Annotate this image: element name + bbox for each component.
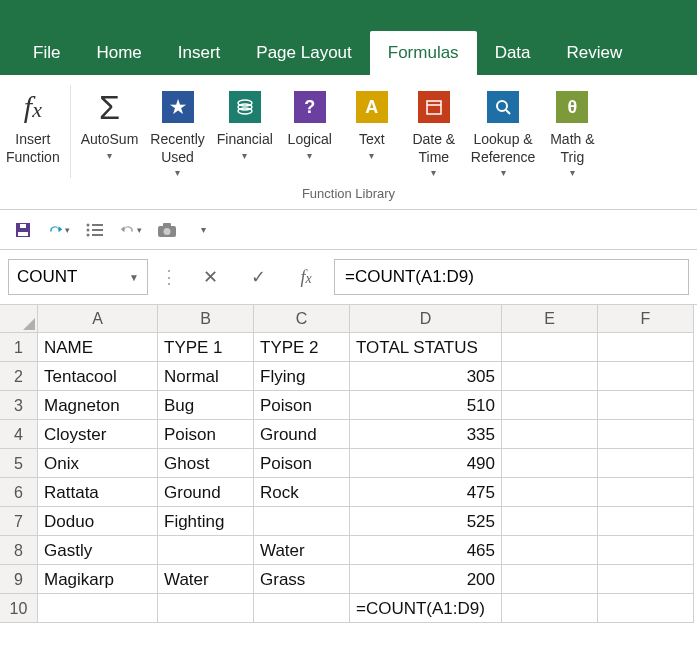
cell[interactable] [598, 565, 694, 594]
cell[interactable]: Ground [254, 420, 350, 449]
select-all-corner[interactable] [0, 305, 38, 333]
cell[interactable] [254, 594, 350, 623]
cell[interactable]: Grass [254, 565, 350, 594]
cell[interactable]: 490 [350, 449, 502, 478]
date-time-button[interactable]: Date & Time ▾ [403, 81, 465, 182]
text-button[interactable]: A Text ▾ [341, 81, 403, 182]
tab-data[interactable]: Data [477, 31, 549, 75]
lookup-reference-button[interactable]: Lookup & Reference ▾ [465, 81, 542, 182]
logical-button[interactable]: ? Logical ▾ [279, 81, 341, 182]
cell[interactable] [502, 594, 598, 623]
cell[interactable]: Rattata [38, 478, 158, 507]
col-header[interactable]: A [38, 305, 158, 333]
cell[interactable]: 200 [350, 565, 502, 594]
cell[interactable] [598, 362, 694, 391]
insert-function-fx-button[interactable]: fx [286, 259, 326, 295]
cell[interactable] [502, 565, 598, 594]
col-header[interactable]: C [254, 305, 350, 333]
cell[interactable]: Tentacool [38, 362, 158, 391]
tab-insert[interactable]: Insert [160, 31, 239, 75]
cell[interactable] [502, 362, 598, 391]
col-header[interactable]: F [598, 305, 694, 333]
save-icon[interactable] [12, 219, 34, 241]
cell[interactable] [598, 594, 694, 623]
cell[interactable]: Gastly [38, 536, 158, 565]
cell[interactable] [502, 507, 598, 536]
cell[interactable] [502, 449, 598, 478]
cell[interactable]: Magikarp [38, 565, 158, 594]
cell[interactable] [502, 478, 598, 507]
cell[interactable]: TOTAL STATUS [350, 333, 502, 362]
financial-button[interactable]: Financial ▾ [211, 81, 279, 182]
row-header[interactable]: 7 [0, 507, 38, 536]
cell[interactable]: Ghost [158, 449, 254, 478]
list-icon[interactable] [84, 219, 106, 241]
redo-icon[interactable]: ▾ [48, 219, 70, 241]
cell[interactable]: TYPE 2 [254, 333, 350, 362]
cell[interactable]: Bug [158, 391, 254, 420]
resize-handle-icon[interactable]: ⋮ [156, 266, 182, 288]
row-header[interactable]: 8 [0, 536, 38, 565]
name-box[interactable]: COUNT ▼ [8, 259, 148, 295]
cell[interactable]: 510 [350, 391, 502, 420]
tab-formulas[interactable]: Formulas [370, 31, 477, 75]
more-icon[interactable]: ▾ [192, 219, 214, 241]
cell[interactable]: NAME [38, 333, 158, 362]
cell[interactable]: Rock [254, 478, 350, 507]
cell[interactable]: Fighting [158, 507, 254, 536]
cell[interactable]: Normal [158, 362, 254, 391]
cell[interactable]: Flying [254, 362, 350, 391]
tab-review[interactable]: Review [549, 31, 641, 75]
cell[interactable]: 475 [350, 478, 502, 507]
insert-function-button[interactable]: fx Insert Function [0, 81, 66, 182]
cell[interactable] [598, 420, 694, 449]
tab-page-layout[interactable]: Page Layout [238, 31, 369, 75]
cell[interactable] [38, 594, 158, 623]
cancel-button[interactable]: ✕ [190, 259, 230, 295]
autosum-button[interactable]: Σ AutoSum ▾ [75, 81, 145, 182]
cell[interactable] [598, 478, 694, 507]
cell[interactable]: Cloyster [38, 420, 158, 449]
cell[interactable] [254, 507, 350, 536]
tab-home[interactable]: Home [78, 31, 159, 75]
tab-file[interactable]: File [15, 31, 78, 75]
row-header[interactable]: 10 [0, 594, 38, 623]
row-header[interactable]: 2 [0, 362, 38, 391]
cell[interactable]: Water [254, 536, 350, 565]
cell[interactable]: TYPE 1 [158, 333, 254, 362]
cell[interactable] [502, 536, 598, 565]
cell[interactable] [158, 536, 254, 565]
row-header[interactable]: 1 [0, 333, 38, 362]
cell[interactable]: Poison [254, 449, 350, 478]
col-header[interactable]: B [158, 305, 254, 333]
cell[interactable] [598, 536, 694, 565]
cell[interactable]: Onix [38, 449, 158, 478]
cell[interactable]: Doduo [38, 507, 158, 536]
col-header[interactable]: E [502, 305, 598, 333]
cell[interactable]: 305 [350, 362, 502, 391]
cell[interactable] [598, 507, 694, 536]
cell[interactable]: 525 [350, 507, 502, 536]
formula-input[interactable]: =COUNT(A1:D9) [334, 259, 689, 295]
cell[interactable]: Poison [158, 420, 254, 449]
row-header[interactable]: 6 [0, 478, 38, 507]
cell[interactable]: 465 [350, 536, 502, 565]
cell[interactable] [598, 449, 694, 478]
cell[interactable]: =COUNT(A1:D9) [350, 594, 502, 623]
camera-icon[interactable] [156, 219, 178, 241]
cell[interactable] [502, 391, 598, 420]
cell[interactable] [598, 333, 694, 362]
cell[interactable]: Water [158, 565, 254, 594]
row-header[interactable]: 4 [0, 420, 38, 449]
col-header[interactable]: D [350, 305, 502, 333]
cell[interactable] [598, 391, 694, 420]
cell[interactable]: 335 [350, 420, 502, 449]
cell[interactable]: Ground [158, 478, 254, 507]
row-header[interactable]: 9 [0, 565, 38, 594]
math-trig-button[interactable]: θ Math & Trig ▾ [541, 81, 603, 182]
cell[interactable] [502, 333, 598, 362]
cell[interactable]: Poison [254, 391, 350, 420]
cell[interactable] [158, 594, 254, 623]
recently-used-button[interactable]: ★ Recently Used ▾ [144, 81, 210, 182]
cell[interactable] [502, 420, 598, 449]
